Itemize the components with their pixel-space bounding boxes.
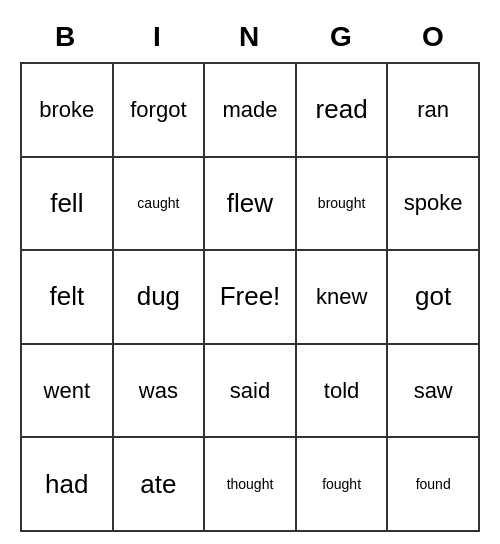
bingo-cell: thought	[205, 438, 297, 532]
bingo-cell: felt	[22, 251, 114, 345]
cell-text: felt	[49, 281, 84, 312]
bingo-cell: got	[388, 251, 480, 345]
cell-text: got	[415, 281, 451, 312]
bingo-header: BINGO	[20, 12, 480, 62]
bingo-cell: Free!	[205, 251, 297, 345]
bingo-cell: ran	[388, 64, 480, 158]
header-letter: O	[388, 12, 480, 62]
bingo-cell: made	[205, 64, 297, 158]
cell-text: went	[44, 378, 90, 404]
bingo-cell: told	[297, 345, 389, 439]
cell-text: caught	[137, 195, 179, 211]
cell-text: dug	[137, 281, 180, 312]
bingo-cell: went	[22, 345, 114, 439]
bingo-cell: spoke	[388, 158, 480, 252]
cell-text: Free!	[220, 281, 281, 312]
cell-text: brought	[318, 195, 365, 211]
cell-text: told	[324, 378, 359, 404]
bingo-cell: brought	[297, 158, 389, 252]
bingo-grid: brokeforgotmadereadranfellcaughtflewbrou…	[20, 62, 480, 532]
cell-text: made	[222, 97, 277, 123]
bingo-cell: ate	[114, 438, 206, 532]
bingo-cell: read	[297, 64, 389, 158]
cell-text: ate	[140, 469, 176, 500]
header-letter: N	[204, 12, 296, 62]
cell-text: forgot	[130, 97, 186, 123]
bingo-cell: caught	[114, 158, 206, 252]
cell-text: was	[139, 378, 178, 404]
cell-text: knew	[316, 284, 367, 310]
bingo-card: BINGO brokeforgotmadereadranfellcaughtfl…	[20, 12, 480, 532]
cell-text: fought	[322, 476, 361, 492]
bingo-cell: broke	[22, 64, 114, 158]
bingo-cell: saw	[388, 345, 480, 439]
bingo-cell: found	[388, 438, 480, 532]
cell-text: said	[230, 378, 270, 404]
bingo-cell: had	[22, 438, 114, 532]
cell-text: spoke	[404, 190, 463, 216]
cell-text: fell	[50, 188, 83, 219]
cell-text: found	[416, 476, 451, 492]
header-letter: G	[296, 12, 388, 62]
bingo-cell: dug	[114, 251, 206, 345]
cell-text: thought	[227, 476, 274, 492]
bingo-cell: fell	[22, 158, 114, 252]
header-letter: I	[112, 12, 204, 62]
cell-text: flew	[227, 188, 273, 219]
cell-text: had	[45, 469, 88, 500]
bingo-cell: fought	[297, 438, 389, 532]
bingo-cell: forgot	[114, 64, 206, 158]
cell-text: saw	[414, 378, 453, 404]
bingo-cell: knew	[297, 251, 389, 345]
cell-text: ran	[417, 97, 449, 123]
header-letter: B	[20, 12, 112, 62]
bingo-cell: flew	[205, 158, 297, 252]
cell-text: broke	[39, 97, 94, 123]
cell-text: read	[316, 94, 368, 125]
bingo-cell: said	[205, 345, 297, 439]
bingo-cell: was	[114, 345, 206, 439]
